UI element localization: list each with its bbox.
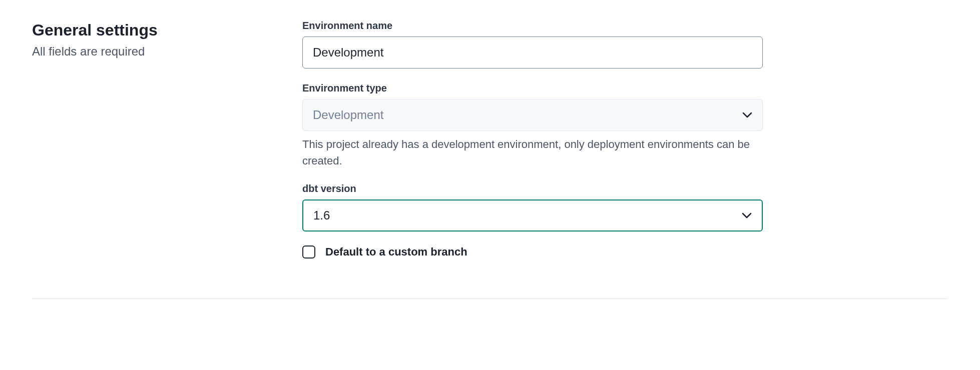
section-divider	[32, 298, 948, 299]
chevron-down-icon	[742, 112, 752, 118]
environment-name-label: Environment name	[302, 20, 763, 32]
dbt-version-select[interactable]: 1.6	[302, 200, 763, 232]
dbt-version-label: dbt version	[302, 183, 763, 194]
chevron-down-icon	[742, 212, 752, 218]
custom-branch-checkbox-row[interactable]: Default to a custom branch	[302, 246, 763, 258]
environment-type-select[interactable]: Development	[302, 99, 763, 131]
environment-type-value: Development	[313, 108, 383, 122]
custom-branch-checkbox[interactable]	[302, 246, 315, 258]
environment-type-label: Environment type	[302, 82, 763, 94]
dbt-version-value: 1.6	[313, 208, 330, 222]
section-subtitle: All fields are required	[32, 44, 282, 58]
section-title: General settings	[32, 21, 282, 40]
custom-branch-label: Default to a custom branch	[325, 246, 467, 258]
environment-name-input[interactable]	[302, 36, 763, 68]
environment-type-help: This project already has a development e…	[302, 136, 763, 169]
